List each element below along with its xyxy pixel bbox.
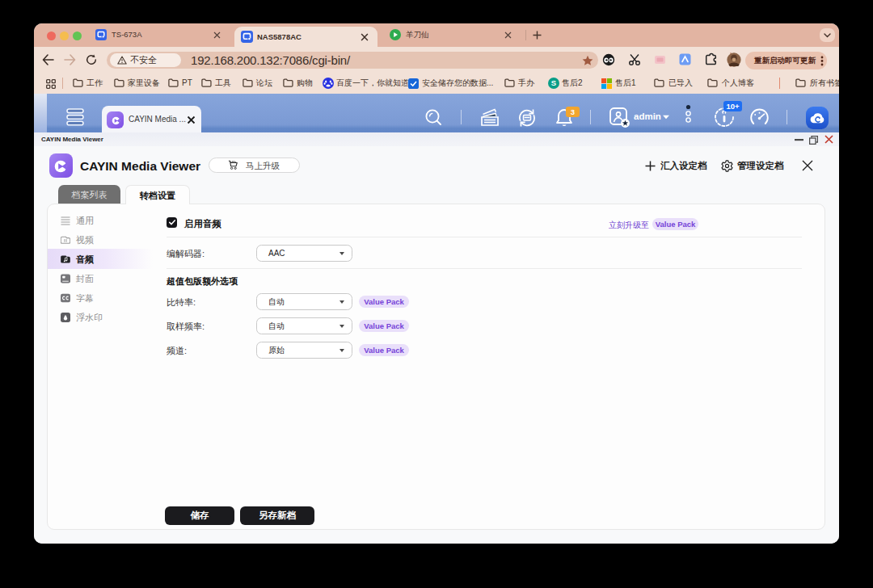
- svg-text:S: S: [551, 78, 556, 87]
